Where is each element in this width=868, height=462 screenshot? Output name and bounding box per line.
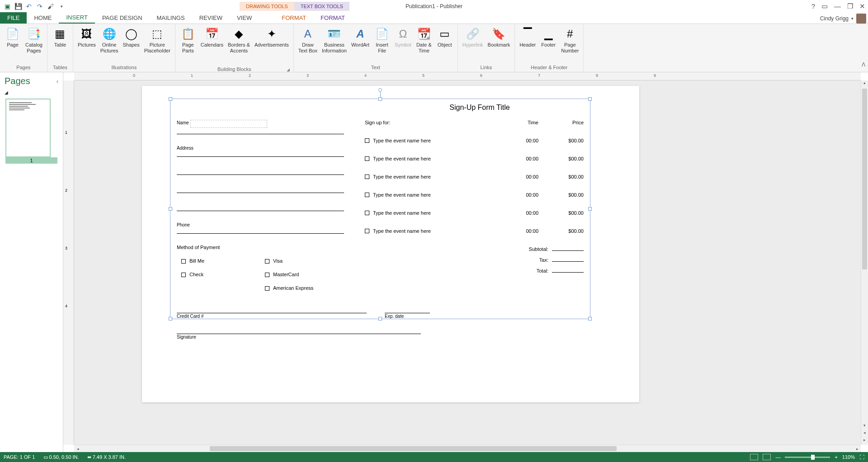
cc-field: Credit Card # bbox=[177, 307, 367, 319]
restore-icon[interactable]: ❐ bbox=[847, 2, 853, 10]
header-button[interactable]: ▔Header bbox=[518, 26, 538, 49]
vertical-ruler[interactable]: 1234 bbox=[63, 80, 74, 445]
page-button[interactable]: 📄Page bbox=[3, 26, 23, 49]
zoom-level[interactable]: 110% bbox=[842, 454, 855, 460]
tab-view[interactable]: VIEW bbox=[230, 12, 259, 24]
page-parts-button[interactable]: 📋Page Parts bbox=[178, 26, 198, 55]
page-number-button[interactable]: #Page Number bbox=[559, 26, 580, 55]
checkbox-icon[interactable] bbox=[365, 138, 369, 143]
scroll-down-icon[interactable]: ▾ bbox=[861, 423, 868, 430]
pages-panel: Pages ‹ ◢ 1 bbox=[0, 72, 63, 452]
calendars-button[interactable]: 📅Calendars bbox=[199, 26, 225, 49]
hyperlink-button[interactable]: 🔗Hyperlink bbox=[461, 26, 485, 49]
undo-icon[interactable]: ↶ bbox=[24, 2, 33, 11]
event-row: Type the event name here 00:00 $00.00 bbox=[365, 210, 584, 216]
table-button[interactable]: ▦Table bbox=[50, 26, 70, 49]
minimize-icon[interactable]: — bbox=[834, 2, 841, 10]
view-single-icon[interactable] bbox=[750, 454, 758, 460]
tab-insert[interactable]: INSERT bbox=[59, 12, 94, 24]
rotation-handle[interactable] bbox=[378, 88, 382, 92]
insert-file-button[interactable]: 📄Insert File bbox=[372, 26, 392, 55]
zoom-slider-thumb[interactable] bbox=[811, 455, 815, 460]
checkbox-icon[interactable] bbox=[365, 229, 369, 233]
collapse-ribbon-icon[interactable]: ᐱ bbox=[862, 61, 865, 68]
tab-page-design[interactable]: PAGE DESIGN bbox=[95, 12, 150, 24]
tab-home[interactable]: HOME bbox=[27, 12, 59, 24]
business-info-button[interactable]: 🪪Business Information bbox=[320, 26, 349, 55]
user-account[interactable]: Cindy Grigg ▾ bbox=[820, 14, 866, 24]
footer-button[interactable]: ▁Footer bbox=[538, 26, 558, 49]
view-two-page-icon[interactable] bbox=[763, 454, 771, 460]
scroll-up-icon[interactable]: ▴ bbox=[861, 80, 868, 88]
section-caret-icon[interactable]: ◢ bbox=[0, 90, 63, 95]
checkbox-icon[interactable] bbox=[265, 286, 269, 291]
checkbox-icon[interactable] bbox=[365, 211, 369, 215]
checkbox-icon[interactable] bbox=[181, 273, 186, 277]
checkbox-icon[interactable] bbox=[265, 259, 269, 264]
form-content[interactable]: Sign-Up Form Title Name Address bbox=[170, 99, 590, 319]
zoom-in-icon[interactable]: + bbox=[835, 454, 837, 460]
user-avatar bbox=[856, 14, 866, 24]
picture-placeholder-button[interactable]: ⬚Picture Placeholder bbox=[142, 26, 172, 55]
catalog-pages-button[interactable]: 📑Catalog Pages bbox=[24, 26, 44, 55]
event-name: Type the event name here bbox=[373, 228, 493, 234]
horizontal-scrollbar[interactable]: ◂ ▸ bbox=[74, 445, 861, 452]
online-pictures-icon: 🌐 bbox=[102, 27, 117, 41]
scroll-left-icon[interactable]: ◂ bbox=[74, 445, 81, 452]
pay-check: Check bbox=[181, 272, 260, 277]
pictures-button[interactable]: 🖼Pictures bbox=[76, 26, 98, 49]
horizontal-ruler[interactable]: 0123456789 bbox=[74, 72, 861, 80]
collapse-panel-icon[interactable]: ‹ bbox=[57, 78, 58, 85]
qat-customize-icon[interactable]: ▾ bbox=[57, 2, 66, 11]
tab-mailings[interactable]: MAILINGS bbox=[150, 12, 192, 24]
bookmark-button[interactable]: 🔖Bookmark bbox=[486, 26, 512, 49]
publication-page[interactable]: Sign-Up Form Title Name Address bbox=[142, 86, 639, 402]
shapes-icon: ◯ bbox=[124, 27, 138, 41]
draw-textbox-button[interactable]: ADraw Text Box bbox=[297, 26, 319, 55]
tab-file[interactable]: FILE bbox=[0, 12, 27, 24]
phone-line bbox=[177, 227, 344, 234]
next-page-icon[interactable]: ▸ bbox=[861, 438, 868, 445]
ribbon-display-icon[interactable]: ▭ bbox=[821, 2, 828, 10]
save-icon[interactable]: 💾 bbox=[14, 2, 23, 11]
close-icon[interactable]: ✕ bbox=[859, 2, 865, 10]
checkbox-icon[interactable] bbox=[365, 193, 369, 197]
advertisements-button[interactable]: ✦Advertisements bbox=[253, 26, 291, 49]
checkbox-icon[interactable] bbox=[181, 259, 186, 264]
symbol-button[interactable]: ΩSymbol bbox=[393, 26, 413, 49]
zoom-out-icon[interactable]: — bbox=[775, 454, 780, 460]
vertical-scrollbar[interactable]: ▴ ▾ ◂ ▸ bbox=[861, 80, 868, 445]
checkbox-icon[interactable] bbox=[365, 174, 369, 179]
format-painter-icon[interactable]: 🖌 bbox=[46, 2, 55, 11]
fit-page-icon[interactable]: ⛶ bbox=[859, 454, 864, 460]
shapes-button[interactable]: ◯Shapes bbox=[121, 26, 141, 49]
tab-format-drawing[interactable]: FORMAT bbox=[274, 12, 313, 24]
bookmark-icon: 🔖 bbox=[491, 27, 506, 41]
object-button[interactable]: ▭Object bbox=[435, 26, 455, 49]
dialog-launcher-icon[interactable]: ◢ bbox=[287, 67, 290, 72]
help-icon[interactable]: ? bbox=[811, 2, 815, 10]
h-scroll-thumb[interactable] bbox=[210, 446, 617, 451]
checkbox-icon[interactable] bbox=[365, 156, 369, 161]
wordart-button[interactable]: AWordArt bbox=[349, 26, 371, 49]
zoom-slider[interactable] bbox=[785, 457, 830, 458]
tab-format-textbox[interactable]: FORMAT bbox=[313, 12, 352, 24]
event-row: Type the event name here 00:00 $00.00 bbox=[365, 174, 584, 179]
checkbox-icon[interactable] bbox=[265, 273, 269, 277]
borders-accents-button[interactable]: ◆Borders & Accents bbox=[226, 26, 252, 55]
event-name: Type the event name here bbox=[373, 174, 493, 179]
tab-review[interactable]: REVIEW bbox=[192, 12, 230, 24]
canvas[interactable]: Sign-Up Form Title Name Address bbox=[74, 80, 861, 445]
date-time-button[interactable]: 📆Date & Time bbox=[414, 26, 434, 55]
event-time: 00:00 bbox=[493, 174, 538, 179]
status-page[interactable]: PAGE: 1 OF 1 bbox=[4, 454, 35, 460]
scroll-right-icon[interactable]: ▸ bbox=[854, 445, 861, 452]
prev-page-icon[interactable]: ◂ bbox=[861, 430, 868, 438]
name-cursor-box[interactable] bbox=[190, 120, 267, 128]
v-scroll-thumb[interactable] bbox=[862, 89, 867, 269]
placeholder-icon: ⬚ bbox=[150, 27, 165, 41]
page-thumbnail[interactable]: 1 bbox=[0, 95, 63, 167]
online-pictures-button[interactable]: 🌐Online Pictures bbox=[99, 26, 120, 55]
selected-textbox[interactable]: Sign-Up Form Title Name Address bbox=[170, 99, 590, 319]
redo-icon[interactable]: ↷ bbox=[35, 2, 44, 11]
